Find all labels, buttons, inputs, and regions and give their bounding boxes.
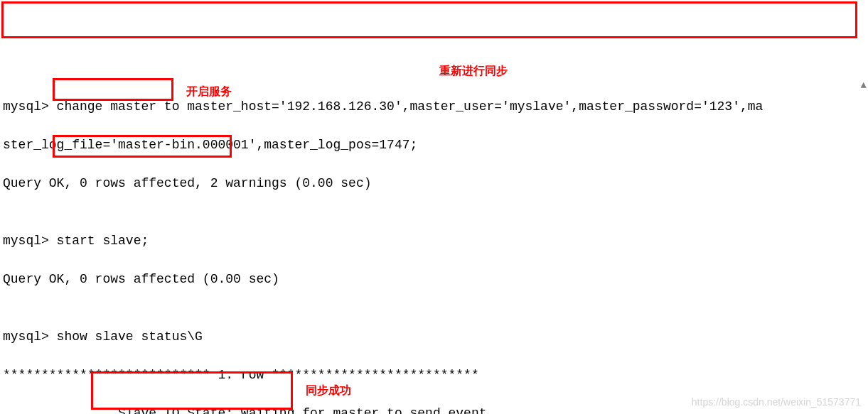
- highlight-box-change-master: [1, 1, 857, 38]
- annotation-resync: 重新进行同步: [439, 62, 508, 80]
- cmd-change-master-line1: mysql> change master to master_host='192…: [3, 97, 865, 116]
- result-change-master: Query OK, 0 rows affected, 2 warnings (0…: [3, 174, 865, 193]
- row-separator: *************************** 1. row *****…: [3, 366, 865, 385]
- annotation-sync-success: 同步成功: [306, 382, 351, 399]
- scroll-up-icon[interactable]: ▲: [861, 78, 867, 93]
- cmd-change-master-line2: ster_log_file='master-bin.000001',master…: [3, 136, 865, 155]
- result-start-slave: Query OK, 0 rows affected (0.00 sec): [3, 270, 865, 289]
- watermark-text: https://blog.csdn.net/weixin_51573771: [692, 395, 861, 410]
- terminal-output: mysql> change master to master_host='192…: [0, 77, 868, 414]
- annotation-start-service: 开启服务: [186, 83, 232, 100]
- cmd-show-slave-status: mysql> show slave status\G: [3, 327, 865, 347]
- cmd-start-slave: mysql> start slave;: [3, 231, 865, 251]
